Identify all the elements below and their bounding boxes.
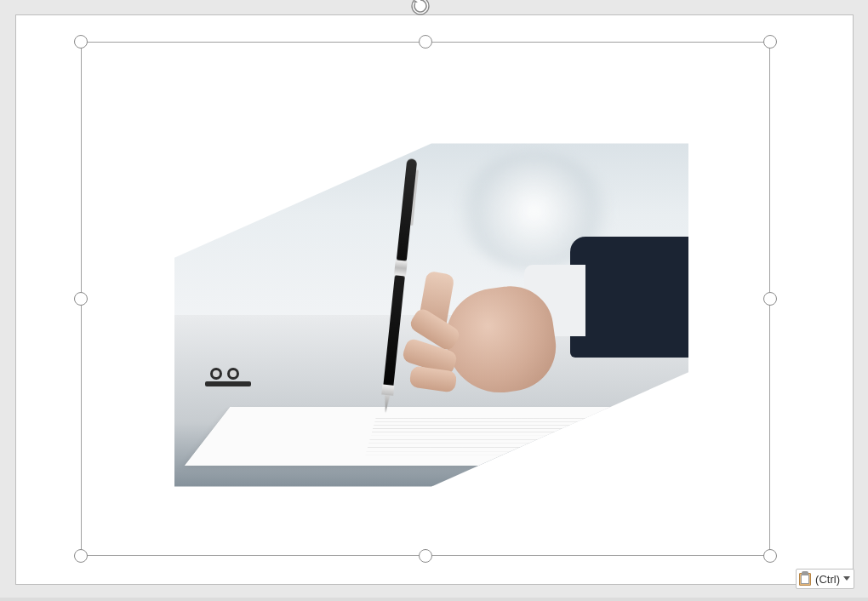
resize-handle-left[interactable]	[74, 292, 88, 306]
resize-handle-top-left[interactable]	[74, 35, 88, 49]
inserted-image[interactable]	[174, 136, 688, 494]
chevron-down-icon	[843, 575, 850, 582]
resize-handle-bottom-right[interactable]	[763, 549, 777, 563]
resize-handle-top[interactable]	[419, 35, 432, 49]
window-border	[0, 598, 868, 601]
resize-handle-top-right[interactable]	[763, 35, 777, 49]
paste-options-button[interactable]: (Ctrl)	[796, 569, 854, 589]
resize-handle-bottom[interactable]	[419, 549, 432, 563]
photo-content	[174, 136, 688, 494]
rotation-handle[interactable]	[409, 0, 431, 17]
paste-options-label: (Ctrl)	[815, 573, 840, 586]
resize-handle-right[interactable]	[763, 292, 777, 306]
rotate-icon	[410, 0, 431, 16]
slide[interactable]	[15, 14, 854, 585]
resize-handle-bottom-left[interactable]	[74, 549, 88, 563]
clipboard-paste-icon	[798, 571, 812, 587]
